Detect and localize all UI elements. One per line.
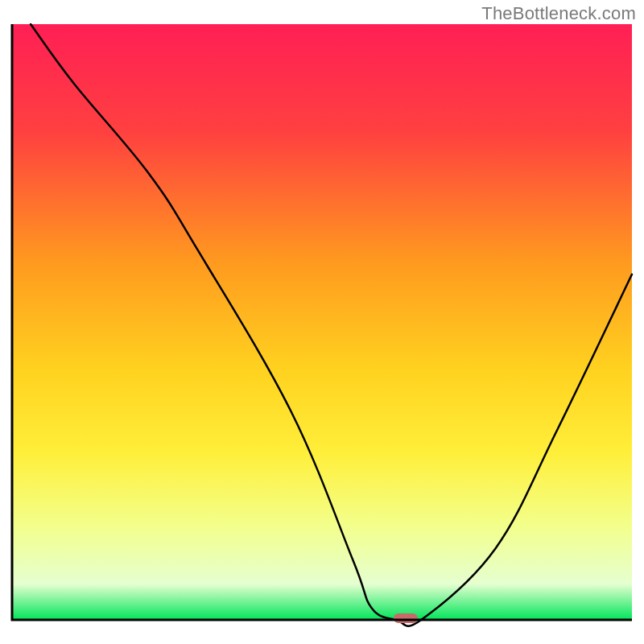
- optimum-marker: [394, 613, 418, 623]
- plot-background: [12, 24, 632, 620]
- chart-stage: TheBottleneck.com: [0, 0, 644, 644]
- chart-svg: [0, 0, 644, 644]
